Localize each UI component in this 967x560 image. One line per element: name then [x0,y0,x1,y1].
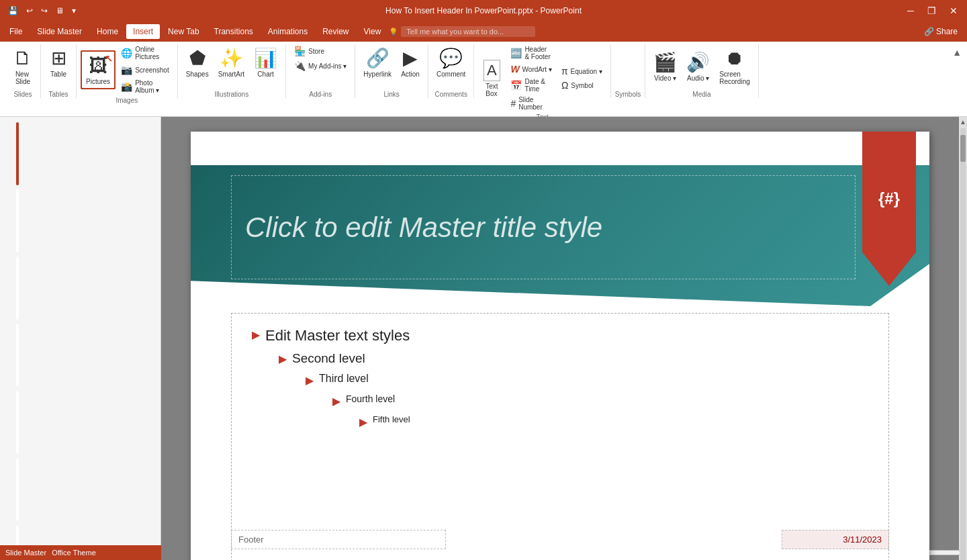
shapes-icon: ⬟ [189,47,205,69]
addins-group-label: Add-ins [309,91,332,98]
window-controls: ─ ❐ ✕ [903,4,962,17]
screenshot-button[interactable]: 📷 Screenshot [117,63,173,77]
header-footer-icon: 🔤 [510,48,522,58]
menu-animations[interactable]: Animations [261,24,314,39]
slide-number-button[interactable]: # SlideNumber [506,95,556,112]
wordart-button[interactable]: W WordArt ▾ [506,62,556,76]
shapes-button[interactable]: ⬟ Shapes [182,44,213,81]
my-addins-button[interactable]: 🔌 My Add-ins ▾ [290,59,351,73]
content-item-1: ▶ Edit Master text styles [252,327,868,344]
store-label: Store [308,48,324,55]
table-button[interactable]: ⊞ Table [45,44,72,81]
screen-recording-label: ScreenRecording [719,71,750,85]
present-button[interactable]: 🖥 [53,5,66,17]
scroll-up-arrow[interactable]: ▲ [958,117,967,127]
slide-title: Click to edit Master title style [245,212,602,244]
hyperlink-label: Hyperlink [363,71,392,78]
video-button[interactable]: 🎬 Video ▾ [649,48,681,85]
content-text-4: Fourth level [346,393,395,404]
text-box-button[interactable]: A TextBox [478,57,505,100]
hyperlink-button[interactable]: 🔗 Hyperlink [359,44,396,81]
symbols-group-label: Symbols [615,91,641,98]
content-item-5: ▶ Fifth level [359,414,868,428]
equation-button[interactable]: π Equation ▾ [557,64,606,78]
menu-new-tab[interactable]: New Tab [161,24,205,39]
smartart-button[interactable]: ✨ SmartArt [214,44,248,81]
date-time-label: Date &Time [524,78,545,93]
slide-number-symbol: {#} [878,189,900,208]
slide-thumbnail-7[interactable]: ⭣ [16,525,19,545]
content-box[interactable]: ▶ Edit Master text styles ▶ Second level… [231,313,889,560]
media-group-label: Media [692,91,710,98]
ribbon: 🗋 NewSlide Slides ⊞ Table Tables 🖼 [0,42,967,117]
footer-left-box[interactable]: Footer [231,530,446,549]
footer-right-box[interactable]: 3/11/2023 [782,530,889,549]
hyperlink-icon: 🔗 [366,47,389,69]
menu-insert[interactable]: Insert [126,24,160,39]
menu-transitions[interactable]: Transitions [208,24,260,39]
date-time-button[interactable]: 📅 Date &Time [506,77,556,94]
new-slide-icon: 🗋 [13,47,32,69]
store-button[interactable]: 🏪 Store [290,44,351,58]
search-input[interactable] [401,26,535,37]
restore-button[interactable]: ❐ [923,4,940,17]
close-button[interactable]: ✕ [946,4,962,17]
minimize-button[interactable]: ─ [903,4,918,17]
slide-thumbnail-4[interactable]: Master title ⭣ [16,324,19,387]
wordart-label: WordArt ▾ [522,66,552,73]
ribbon-group-tables: ⊞ Table Tables [41,44,77,98]
search-bar: 💡 [389,26,915,37]
menu-review[interactable]: Review [316,24,355,39]
slide-info: Slide Master [5,549,46,557]
ribbon-group-media: 🎬 Video ▾ 🔊 Audio ▾ ⏺ ScreenRecording Me… [645,44,759,98]
share-button[interactable]: 🔗 Share [917,24,964,39]
save-button[interactable]: 💾 [5,5,21,17]
status-left: Slide Master Office Theme [5,549,96,557]
menu-home[interactable]: Home [90,24,125,39]
online-pictures-button[interactable]: 🌐 OnlinePictures [117,44,173,62]
comment-icon: 💬 [439,47,463,69]
smartart-icon: ✨ [220,47,243,69]
chart-label: Chart [257,71,273,78]
comments-group-label: Comments [435,91,467,98]
menu-file[interactable]: File [3,24,29,39]
slide-thumbnail-3[interactable]: Click to edit master title style ⭣ [16,256,19,320]
slide-canvas[interactable]: Click to edit Master title style {#} ▶ E… [191,132,929,560]
menu-view[interactable]: View [357,24,388,39]
audio-button[interactable]: 🔊 Audio ▾ [682,48,714,85]
symbol-button[interactable]: Ω Symbol [557,79,606,92]
arrow-icon-3: ▶ [306,374,314,387]
ribbon-group-comments: 💬 Comment Comments [428,44,474,98]
header-footer-button[interactable]: 🔤 Header& Footer [506,44,556,62]
theme-info: Office Theme [52,549,96,557]
content-text-2: Second level [292,351,365,366]
ribbon-collapse-button[interactable]: ▲ [952,47,962,58]
online-pictures-icon: 🌐 [121,48,132,58]
title-box[interactable]: Click to edit Master title style [231,175,856,279]
online-pictures-label: OnlinePictures [135,46,159,60]
shapes-label: Shapes [186,71,209,78]
slide-thumbnail-6[interactable]: Click to edit master title style ⭣ [16,458,19,521]
qat-more-button[interactable]: ▾ [69,5,79,17]
slide-thumbnail-1[interactable]: Click to edit Master title style ⭣ [16,122,19,185]
ribbon-group-images: 🖼 Pictures ↖ 🌐 OnlinePictures 📷 Screensh… [77,44,178,98]
right-scrollbar[interactable]: ▲ ▼ [959,117,967,560]
redo-button[interactable]: ↪ [38,5,50,17]
slide-thumbnail-2[interactable]: Click to edit Master title style ⭣ [16,189,19,252]
slide-panel[interactable]: 1 Click to edit Master title style ⭣ [0,117,161,545]
new-slide-button[interactable]: 🗋 NewSlide [9,44,36,88]
slide-thumbnail-5[interactable]: Click to edit master title style ⭣ [16,391,19,454]
menu-slide-master[interactable]: Slide Master [30,24,89,39]
canvas-area: Click to edit Master title style {#} ▶ E… [161,117,959,560]
comment-button[interactable]: 💬 Comment [432,44,469,81]
photo-album-button[interactable]: 📸 PhotoAlbum ▾ [117,78,173,95]
action-button[interactable]: ▶ Action [397,44,424,81]
chart-button[interactable]: 📊 Chart [250,44,281,81]
screen-recording-button[interactable]: ⏺ ScreenRecording [715,44,754,88]
pictures-button[interactable]: 🖼 Pictures ↖ [81,50,116,89]
arrow-icon-1: ▶ [252,328,260,341]
footer-right-text: 3/11/2023 [843,534,882,545]
undo-button[interactable]: ↩ [24,5,36,17]
ribbon-group-links: 🔗 Hyperlink ▶ Action Links [355,44,428,98]
new-slide-label: NewSlide [15,71,30,85]
